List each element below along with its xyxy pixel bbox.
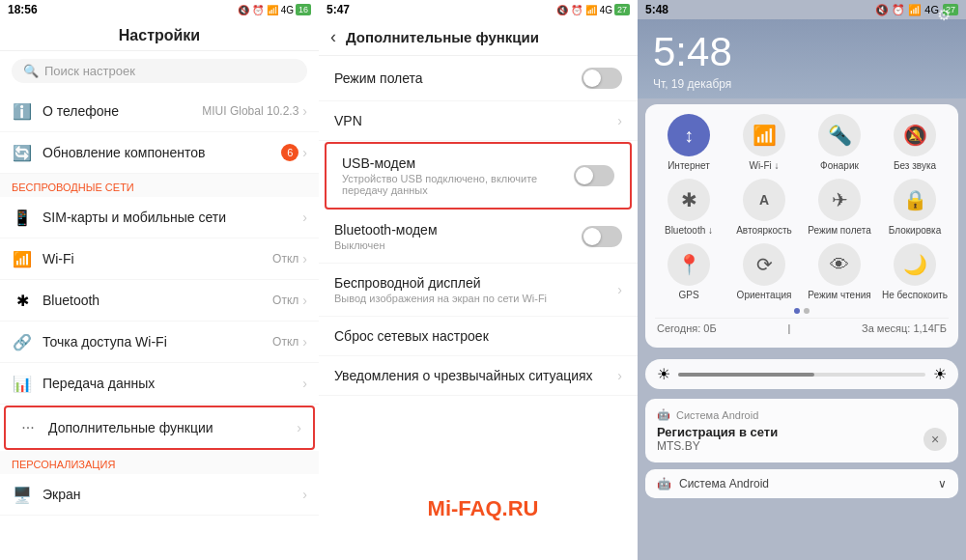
status-bar-3: 5:48 🔇 ⏰ 📶 4G 27 ⚙ [638, 0, 966, 19]
quick-btn-autobrightness[interactable]: A Автояркость [730, 179, 798, 236]
status-icons-2: 🔇 ⏰ 📶 4G 27 [556, 4, 630, 15]
quick-btn-airplane[interactable]: ✈ Режим полета [806, 179, 873, 236]
usb-toggle[interactable] [574, 165, 614, 186]
settings-item-bluetooth[interactable]: ✱ Bluetooth Откл › [0, 280, 319, 322]
about-right: MIUI Global 10.2.3 › [202, 103, 307, 119]
settings-item-extra[interactable]: ··· Дополнительные функции › [6, 407, 313, 448]
brightness-slider[interactable] [678, 373, 925, 377]
bluetooth-right: Откл › [272, 293, 307, 308]
flashlight-label: Фонарик [820, 160, 859, 171]
usb-title: USB-модем [342, 155, 574, 171]
func-vpn[interactable]: VPN › [319, 101, 638, 141]
data-usage: Сегодня: 0Б | За месяц: 1,14ГБ [655, 318, 949, 338]
status-time-2: 5:47 [327, 3, 350, 16]
search-icon: 🔍 [23, 64, 39, 78]
status-bar-2: 5:47 🔇 ⏰ 📶 4G 27 [319, 0, 638, 19]
settings-item-screen[interactable]: 🖥️ Экран › [0, 474, 319, 516]
quick-btn-wifi[interactable]: 📶 Wi-Fi ↓ [730, 114, 798, 171]
notif-close-1[interactable]: × [923, 428, 947, 451]
reading-icon: 👁 [818, 243, 861, 286]
brightness-low-icon: ☀ [657, 365, 670, 383]
bluetooth-icon: ✱ [12, 290, 33, 311]
quick-btn-bluetooth[interactable]: ✱ Bluetooth ↓ [655, 179, 723, 236]
autobrightness-label: Автояркость [736, 225, 792, 236]
airplane-title: Режим полета [334, 70, 582, 86]
dot-2 [804, 308, 810, 314]
quick-date: Чт, 19 декабря [653, 77, 951, 91]
quick-btn-silent[interactable]: 🔕 Без звука [881, 114, 949, 171]
highlighted-extra-functions[interactable]: ··· Дополнительные функции › [4, 406, 315, 450]
func-airplane[interactable]: Режим полета [319, 56, 638, 101]
func-reset-network[interactable]: Сброс сетевых настроек [319, 317, 638, 356]
wireless-display-title: Беспроводной дисплей [334, 275, 617, 291]
vpn-title: VPN [334, 113, 617, 128]
autobrightness-icon: A [743, 179, 785, 221]
update-right: 6 › [281, 144, 307, 161]
quick-btn-dnd[interactable]: 🌙 Не беспокоить [881, 243, 949, 300]
notif-expand-2[interactable]: ∨ [938, 477, 947, 490]
settings-item-hotspot[interactable]: 🔗 Точка доступа Wi-Fi Откл › [0, 322, 319, 363]
search-placeholder: Поиск настроек [44, 64, 135, 78]
search-bar[interactable]: 🔍 Поиск настроек [12, 59, 307, 83]
extra-title: Дополнительные функции [48, 420, 287, 435]
settings-item-wifi[interactable]: 📶 Wi-Fi Откл › [0, 238, 319, 280]
about-icon: ℹ️ [12, 100, 33, 122]
quick-btn-internet[interactable]: ↕ Интернет [655, 114, 723, 171]
emergency-notif-title: Уведомления о чрезвычайных ситуациях [334, 368, 617, 383]
settings-item-sim[interactable]: 📱 SIM-карты и мобильные сети › [0, 197, 319, 238]
internet-icon: ↕ [668, 114, 710, 156]
airplane-toggle[interactable] [582, 68, 622, 89]
bluetooth-quick-label: Bluetooth ↓ [665, 225, 713, 236]
page-header-2: ‹ Дополнительные функции [319, 19, 638, 56]
quick-btn-orientation[interactable]: ⟳ Ориентация [730, 243, 798, 300]
extra-right: › [297, 420, 301, 435]
about-chevron: › [302, 103, 307, 119]
bt-tether-title: Bluetooth-модем [334, 222, 582, 238]
quick-btn-flashlight[interactable]: 🔦 Фонарик [806, 114, 873, 171]
func-bt-tether[interactable]: Bluetooth-модем Выключен [319, 210, 638, 264]
reading-label: Режим чтения [808, 290, 870, 300]
sim-icon: 📱 [12, 207, 33, 228]
func-wireless-display[interactable]: Беспроводной дисплей Вывод изображения н… [319, 264, 638, 317]
sim-right: › [302, 210, 307, 225]
dnd-label: Не беспокоить [882, 290, 948, 300]
quick-btn-lock[interactable]: 🔒 Блокировка [881, 179, 949, 236]
status-icons-3: 🔇 ⏰ 📶 4G 27 ⚙ [875, 4, 958, 16]
phone-3-quick-panel: 5:48 🔇 ⏰ 📶 4G 27 ⚙ 5:48 Чт, 19 декабря ↕… [638, 0, 966, 560]
gps-icon: 📍 [668, 243, 710, 286]
settings-item-update[interactable]: 🔄 Обновление компонентов 6 › [0, 132, 319, 174]
hotspot-right: Откл › [272, 334, 307, 350]
quick-btn-reading[interactable]: 👁 Режим чтения [806, 243, 873, 300]
notif-app-2: Система Android [679, 477, 769, 490]
bt-tether-toggle[interactable] [582, 226, 622, 247]
brightness-bar[interactable]: ☀ ☀ [645, 359, 958, 389]
settings-item-datatransfer[interactable]: 📊 Передача данных › [0, 363, 319, 405]
func-usb[interactable]: USB-модем Устройство USB подключено, вкл… [327, 144, 630, 208]
func-emergency-notif[interactable]: Уведомления о чрезвычайных ситуациях › [319, 356, 638, 396]
update-badge: 6 [281, 144, 298, 161]
settings-item-about[interactable]: ℹ️ О телефоне MIUI Global 10.2.3 › [0, 91, 319, 132]
back-button[interactable]: ‹ [330, 27, 336, 47]
notification-card-1: 🤖 Система Android Регистрация в сети MTS… [645, 399, 958, 462]
quick-grid-1: ↕ Интернет 📶 Wi-Fi ↓ 🔦 Фонарик 🔕 Без зву… [655, 114, 949, 171]
func-list: Режим полета VPN › USB-модем Устройство … [319, 56, 638, 560]
settings-list: ℹ️ О телефоне MIUI Global 10.2.3 › 🔄 Обн… [0, 91, 319, 560]
wireless-display-chevron: › [617, 282, 622, 297]
wifi-right: Откл › [272, 251, 307, 266]
extra-icon: ··· [17, 417, 39, 438]
quick-btn-gps[interactable]: 📍 GPS [655, 243, 723, 300]
lock-label: Блокировка [889, 225, 942, 236]
gear-icon[interactable]: ⚙ [937, 6, 951, 24]
settings-title: Настройки [0, 19, 319, 51]
bluetooth-title: Bluetooth [43, 293, 263, 308]
quick-dots [655, 308, 949, 314]
status-time-3: 5:48 [645, 3, 668, 16]
notif-app-1: Система Android [676, 409, 758, 421]
notif-text-1: MTS.BY [657, 439, 778, 453]
phone-2-extra-functions: 5:47 🔇 ⏰ 📶 4G 27 ‹ Дополнительные функци… [319, 0, 638, 560]
emergency-chevron: › [617, 368, 622, 383]
phone-1-settings: 18:56 🔇 ⏰ 📶 4G 16 Настройки 🔍 Поиск наст… [0, 0, 319, 560]
quick-time-area: 5:48 Чт, 19 декабря [638, 19, 966, 98]
dnd-icon: 🌙 [894, 243, 936, 286]
quick-panel: ↕ Интернет 📶 Wi-Fi ↓ 🔦 Фонарик 🔕 Без зву… [645, 104, 958, 348]
